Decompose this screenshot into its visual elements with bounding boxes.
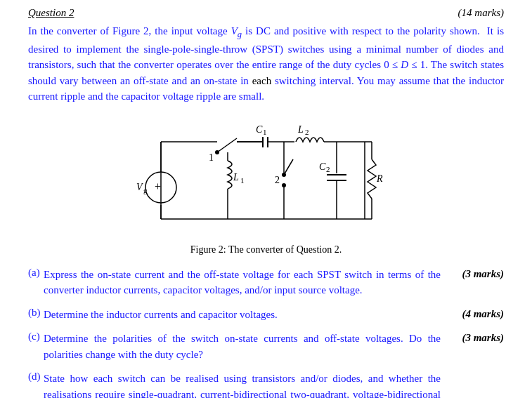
part-c-label: (c) <box>28 331 44 343</box>
part-a-text: Express the on-state current and the off… <box>44 267 448 298</box>
figure-container: 1 C 1 L 2 + V g <box>28 117 504 256</box>
svg-text:L: L <box>233 172 239 183</box>
part-a: (a) Express the on-state current and the… <box>28 267 504 298</box>
svg-line-29 <box>284 159 293 175</box>
svg-text:2: 2 <box>275 175 280 185</box>
part-a-label: (a) <box>28 267 44 279</box>
svg-text:+: + <box>155 180 161 192</box>
part-b-marks: (4 marks) <box>448 307 504 320</box>
part-b-text: Determine the inductor currents and capa… <box>44 307 448 323</box>
part-d: (d) State how each switch can be realise… <box>28 371 504 398</box>
svg-line-3 <box>217 138 237 152</box>
svg-text:1: 1 <box>263 128 267 136</box>
svg-text:2: 2 <box>305 128 309 136</box>
svg-text:1: 1 <box>240 176 245 185</box>
part-c-text: Determine the polarities of the switch o… <box>44 331 448 362</box>
part-d-text: State how each switch can be realised us… <box>44 371 448 398</box>
part-b: (b) Determine the inductor currents and … <box>28 307 504 323</box>
intro-paragraph: In the converter of Figure 2, the input … <box>28 23 504 105</box>
part-a-marks: (3 marks) <box>448 267 504 280</box>
svg-text:C: C <box>319 161 326 172</box>
part-d-label: (d) <box>28 371 44 383</box>
part-c-marks: (3 marks) <box>448 331 504 344</box>
circuit-diagram: 1 C 1 L 2 + V g <box>119 117 414 240</box>
part-d-marks <box>448 371 504 372</box>
svg-text:C: C <box>256 124 263 135</box>
svg-text:R: R <box>376 173 383 184</box>
svg-text:1: 1 <box>209 152 214 163</box>
question-title: Question 2 <box>28 7 74 19</box>
svg-text:L: L <box>297 124 304 135</box>
svg-text:2: 2 <box>326 165 330 173</box>
parts-section: (a) Express the on-state current and the… <box>28 267 504 398</box>
figure-caption: Figure 2: The converter of Question 2. <box>190 244 342 256</box>
part-b-label: (b) <box>28 307 44 319</box>
part-c: (c) Determine the polarities of the swit… <box>28 331 504 362</box>
total-marks: (14 marks) <box>458 7 504 19</box>
svg-text:g: g <box>143 186 148 194</box>
svg-text:V: V <box>136 182 143 192</box>
